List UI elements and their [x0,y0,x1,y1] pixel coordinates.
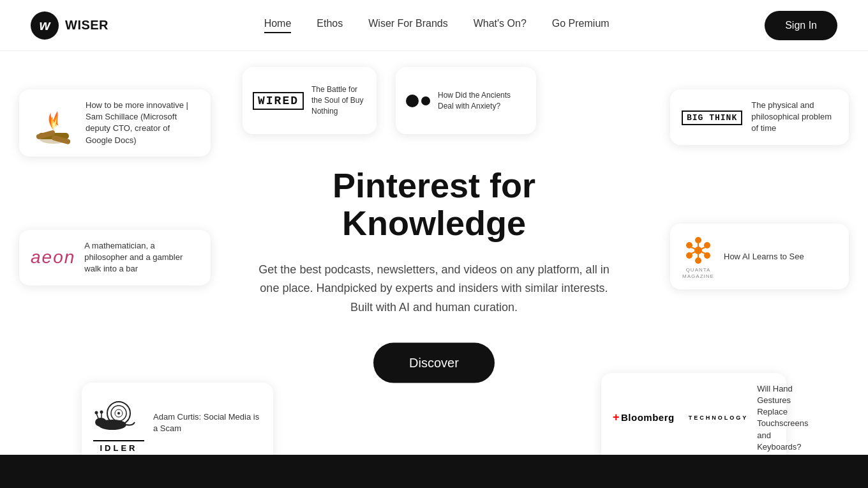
idler-text: Adam Curtis: Social Media is a Scam [153,411,262,434]
logo-letter: w [39,17,50,34]
nav-link-ethos[interactable]: Ethos [317,18,343,33]
card-idler[interactable]: IDLER Adam Curtis: Social Media is a Sca… [82,383,273,463]
aeon-logo: aeon [31,247,75,268]
card-quanta[interactable]: QUANTAMAGAZINE How AI Learns to See [670,224,849,289]
discover-button[interactable]: Discover [373,342,495,383]
main-content: How to be more innovative | Sam Schillac… [0,51,868,488]
idler-logo: IDLER [93,393,144,453]
bloomberg-logo: + Bloomberg Technology [613,411,748,424]
hero-section: Pinterest for Knowledge Get the best pod… [255,167,613,383]
bigthink-logo: BIG THINK [682,111,742,123]
nav-link-wiser-for-brands[interactable]: Wiser For Brands [368,18,447,33]
svg-point-8 [695,257,701,264]
logo-name: WISER [65,18,108,33]
aeon-text: A mathematician, a philosopher and a gam… [84,240,193,275]
svg-point-26 [100,411,103,414]
svg-point-20 [117,412,120,415]
svg-point-5 [695,237,701,243]
card-aeon[interactable]: aeon A mathematician, a philosopher and … [19,230,211,286]
hero-description: Get the best podcasts, newsletters, and … [255,260,613,317]
card-medium[interactable]: How Did the Ancients Deal with Anxiety? [396,67,536,134]
wired-text: The Battle for the Soul of Buy Nothing [311,84,366,116]
footer-bar [0,455,868,488]
nav-link-home[interactable]: Home [264,18,292,33]
quanta-text: How AI Learns to See [724,251,804,263]
wired-logo: WIRED [253,95,304,107]
card-campfire[interactable]: How to be more innovative | Sam Schillac… [19,89,211,156]
medium-logo [406,95,430,107]
medium-text: How Did the Ancients Deal with Anxiety? [438,90,526,112]
bloomberg-text: Will Hand Gestures Replace Touchscreens … [757,383,808,453]
card-bigthink[interactable]: BIG THINK The physical and philosophical… [670,89,849,145]
card-bloomberg[interactable]: + Bloomberg Technology Will Hand Gesture… [601,373,786,463]
campfire-logo [31,100,77,146]
campfire-text: How to be more innovative | Sam Schillac… [86,100,194,146]
nav-link-go-premium[interactable]: Go Premium [552,18,610,33]
nav-links: Home Ethos Wiser For Brands What's On? G… [264,18,610,33]
card-wired[interactable]: WIRED The Battle for the Soul of Buy Not… [243,67,377,134]
sign-in-button[interactable]: Sign In [765,11,837,40]
nav-link-whats-on[interactable]: What's On? [474,18,527,33]
navbar: w WISER Home Ethos Wiser For Brands What… [0,0,868,51]
bigthink-text: The physical and philosophical problem o… [751,100,837,135]
svg-point-22 [95,418,107,427]
logo-link[interactable]: w WISER [31,11,108,40]
svg-point-25 [95,411,98,415]
logo-icon: w [31,11,59,40]
quanta-logo: QUANTAMAGAZINE [682,234,715,279]
hero-title: Pinterest for Knowledge [255,167,613,243]
